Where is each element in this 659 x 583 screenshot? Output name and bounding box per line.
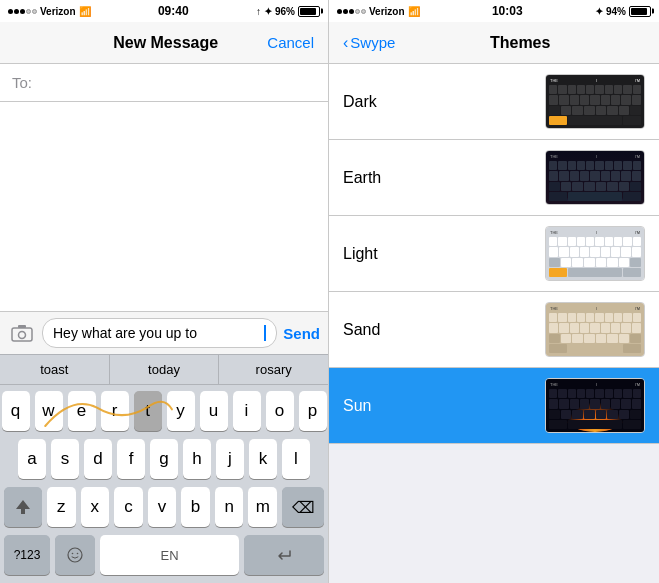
key-b[interactable]: b [181,487,210,527]
kb-preview-top-earth: THEII'M [548,153,642,160]
key-j[interactable]: j [216,439,244,479]
wifi-icon-left: 📶 [79,6,91,17]
arrow-up-icon: ↑ [256,6,261,17]
signal-dots-right [337,9,366,14]
status-left-group: Verizon 📶 [8,6,91,17]
key-y[interactable]: y [167,391,195,431]
key-q[interactable]: q [2,391,30,431]
theme-preview-sand: THEII'M [545,302,645,357]
theme-name-sand: Sand [343,321,545,339]
key-v[interactable]: v [148,487,177,527]
key-z[interactable]: z [47,487,76,527]
signal-dots [8,9,37,14]
bluetooth-icon-right: ✦ [595,6,603,17]
autocomplete-item-1[interactable]: toast [0,355,110,384]
signal-dot-4 [26,9,31,14]
kb-preview-top-sand: THEII'M [548,305,642,312]
key-f[interactable]: f [117,439,145,479]
message-body-area [0,102,328,311]
key-l[interactable]: l [282,439,310,479]
key-i[interactable]: i [233,391,261,431]
delete-key[interactable]: ⌫ [282,487,324,527]
battery-fill-left [300,8,316,15]
emoji-key[interactable] [55,535,95,575]
back-button[interactable]: ‹ Swype [343,34,395,52]
key-x[interactable]: x [81,487,110,527]
key-m[interactable]: m [248,487,277,527]
keyboard-row1: q w e r t y u i o p [4,391,324,431]
key-h[interactable]: h [183,439,211,479]
battery-fill-right [631,8,647,15]
bluetooth-icon: ✦ [264,6,272,17]
key-p[interactable]: p [299,391,327,431]
key-d[interactable]: d [84,439,112,479]
theme-row-sun[interactable]: Sun THEII'M [329,368,659,444]
theme-name-light: Light [343,245,545,263]
kb-preview-top-dark: THEII'M [548,77,642,84]
theme-name-earth: Earth [343,169,545,187]
keyboard-row1-wrapper: q w e r t y u i o p [4,391,324,431]
status-icons-left: ↑ ✦ 96% [256,6,320,17]
theme-preview-sun: THEII'M [545,378,645,433]
kb-preview-top-light: THEII'M [548,229,642,236]
to-label: To: [12,74,32,91]
battery-percent-right: 94% [606,6,626,17]
key-n[interactable]: n [215,487,244,527]
key-u[interactable]: u [200,391,228,431]
key-w[interactable]: w [35,391,63,431]
nav-bar-left: New Message Cancel [0,22,328,64]
status-right-left: Verizon 📶 [337,6,420,17]
key-s[interactable]: s [51,439,79,479]
carrier-left: Verizon [40,6,76,17]
right-panel: Verizon 📶 10:03 ✦ 94% ‹ Swype Themes Dar… [329,0,659,583]
signal-dot-2 [14,9,19,14]
page-title-right: Themes [395,34,645,52]
time-right: 10:03 [492,4,523,18]
message-input[interactable]: Hey what are you up to [42,318,277,348]
return-key[interactable] [244,535,324,575]
signal-dot-r5 [361,9,366,14]
camera-button[interactable] [8,319,36,347]
signal-dot-r1 [337,9,342,14]
svg-rect-2 [18,325,26,328]
kb-preview-rows-dark [548,84,642,126]
signal-dot-3 [20,9,25,14]
autocomplete-item-3[interactable]: rosary [219,355,328,384]
message-input-bar: Hey what are you up to Send [0,311,328,354]
autocomplete-item-2[interactable]: today [110,355,220,384]
signal-dot-1 [8,9,13,14]
keyboard-row2: a s d f g h j k l [4,439,324,479]
to-field[interactable]: To: [0,64,328,102]
key-t[interactable]: t [134,391,162,431]
svg-point-5 [77,553,79,555]
key-e[interactable]: e [68,391,96,431]
signal-dot-r3 [349,9,354,14]
theme-row-sand[interactable]: Sand THEII'M [329,292,659,368]
keyboard-bottom-row: ?123 EN [4,535,324,575]
theme-preview-earth: THEII'M [545,150,645,205]
cursor [264,325,266,341]
key-c[interactable]: c [114,487,143,527]
key-k[interactable]: k [249,439,277,479]
key-g[interactable]: g [150,439,178,479]
status-bar-right: Verizon 📶 10:03 ✦ 94% [329,0,659,22]
message-text: Hey what are you up to [53,325,197,341]
battery-percent-left: 96% [275,6,295,17]
cancel-button[interactable]: Cancel [267,34,314,51]
svg-point-1 [19,332,26,339]
key-o[interactable]: o [266,391,294,431]
theme-row-earth[interactable]: Earth THEII'M [329,140,659,216]
send-button[interactable]: Send [283,325,320,342]
battery-icon-right [629,6,651,17]
numbers-key[interactable]: ?123 [4,535,50,575]
theme-row-light[interactable]: Light THEII'M [329,216,659,292]
shift-key[interactable] [4,487,42,527]
theme-name-dark: Dark [343,93,545,111]
key-r[interactable]: r [101,391,129,431]
signal-dot-r2 [343,9,348,14]
key-a[interactable]: a [18,439,46,479]
autocomplete-bar: toast today rosary [0,354,328,385]
theme-row-dark[interactable]: Dark THEII'M [329,64,659,140]
kb-preview-rows-sun [548,388,642,430]
space-key[interactable]: EN [100,535,239,575]
